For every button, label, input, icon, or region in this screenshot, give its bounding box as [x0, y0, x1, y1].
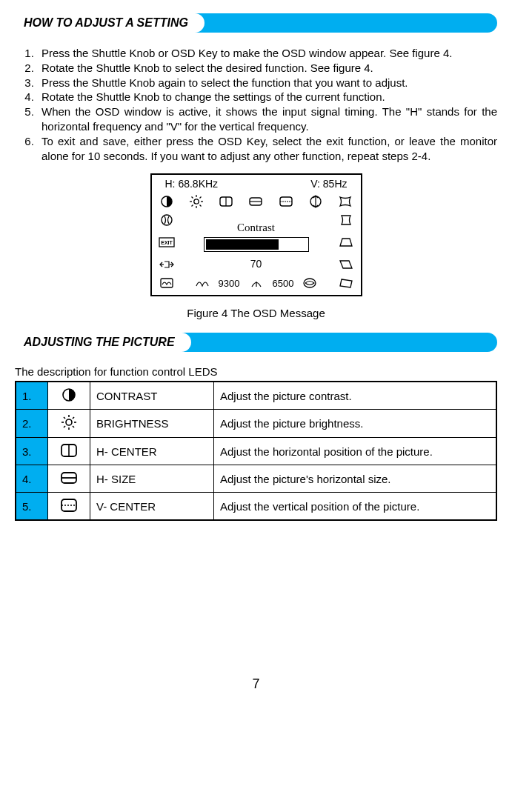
func-desc: Adjust the picture brightness. — [214, 410, 497, 438]
row-number: 4. — [16, 465, 48, 493]
func-name: BRIGHTNESS — [90, 410, 214, 438]
section-title: HOW TO ADJUST A SETTING — [24, 16, 188, 30]
h-size-icon — [247, 194, 265, 209]
osd-left-col: EXIT — [158, 211, 176, 273]
svg-line-30 — [64, 417, 65, 419]
osd-box: H: 68.8KHz V: 85Hz EXIT Contrast 70 — [150, 173, 362, 296]
svg-line-7 — [199, 205, 201, 207]
exit-icon: EXIT — [158, 235, 176, 250]
section-header-tab: ADJUSTING THE PICTURE — [15, 333, 191, 352]
h-center-icon — [48, 438, 90, 465]
degauss-icon — [158, 276, 176, 290]
moire-icon — [301, 276, 319, 290]
section-header-how-to-adjust: HOW TO ADJUST A SETTING — [15, 13, 497, 33]
v-center-icon — [277, 194, 295, 209]
trapezoid-icon — [337, 235, 355, 250]
svg-line-6 — [191, 197, 193, 199]
osd-top-row: H: 68.8KHz V: 85Hz — [152, 175, 361, 192]
svg-rect-21 — [161, 279, 173, 287]
step-1: Press the Shuttle Knob or OSD Key to mak… — [37, 46, 497, 61]
row-number: 2. — [16, 410, 48, 438]
osd-temp-6500: 6500 — [273, 278, 294, 289]
svg-line-32 — [73, 417, 74, 419]
osd-h-freq: H: 68.8KHz — [165, 178, 219, 190]
figure-caption: Figure 4 The OSD Message — [15, 307, 497, 319]
step-3: Press the Shuttle Knob again to select t… — [37, 76, 497, 90]
table-row: 4. H- SIZE Adjust the picture's horizont… — [16, 465, 496, 493]
row-number: 1. — [16, 382, 48, 410]
svg-point-18 — [162, 215, 172, 225]
section-header-adjusting-picture: ADJUSTING THE PICTURE — [15, 333, 497, 352]
h-size-icon — [48, 465, 90, 493]
func-desc: Adjust the vertical position of the pict… — [214, 493, 497, 521]
osd-right-col — [337, 211, 355, 273]
section-title: ADJUSTING THE PICTURE — [24, 336, 175, 349]
rotation-icon — [158, 213, 176, 227]
table-row: 2. BRIGHTNESS Adjust the picture brightn… — [16, 410, 496, 438]
step-2: Rotate the Shuttle Knob to select the de… — [37, 61, 497, 76]
parallelogram-icon — [337, 257, 355, 272]
osd-icon-row-top — [152, 192, 361, 211]
func-name: V- CENTER — [90, 493, 214, 521]
table-row: 5. V- CENTER Adjust the vertical positio… — [16, 493, 496, 521]
brightness-icon — [48, 410, 90, 438]
table-row: 1. CONTRAST Adjust the picture contrast. — [16, 382, 496, 410]
osd-v-freq: V: 85Hz — [310, 178, 347, 190]
svg-line-9 — [191, 205, 193, 207]
osd-current-label: Contrast — [183, 222, 330, 234]
func-name: H- SIZE — [90, 465, 214, 493]
pin-balance-icon — [337, 213, 355, 227]
h-center-icon — [217, 194, 235, 209]
page-number: 7 — [15, 676, 497, 692]
step-6: To exit and save, either press the OSD K… — [37, 134, 497, 164]
pincushion-icon — [336, 194, 354, 209]
v-center-icon — [48, 493, 90, 521]
row-number: 5. — [16, 493, 48, 521]
row-number: 3. — [16, 438, 48, 465]
recall-icon — [158, 257, 176, 272]
svg-point-1 — [194, 199, 199, 204]
v-size-icon — [307, 194, 325, 209]
osd-mid: EXIT Contrast 70 — [152, 211, 361, 273]
svg-point-25 — [66, 419, 72, 425]
contrast-icon — [158, 194, 176, 209]
leds-intro: The description for function control LED… — [15, 365, 497, 378]
color-temp-icon — [247, 276, 265, 290]
osd-bar — [204, 237, 309, 252]
osd-center: Contrast 70 — [176, 211, 337, 273]
tilt-icon — [337, 276, 355, 290]
contrast-icon — [48, 382, 90, 410]
brightness-icon — [187, 194, 205, 209]
table-row: 3. H- CENTER Adjust the horizontal posit… — [16, 438, 496, 465]
osd-current-value: 70 — [183, 258, 330, 270]
section-header-tab: HOW TO ADJUST A SETTING — [15, 13, 205, 33]
svg-line-33 — [64, 426, 65, 427]
leds-table: 1. CONTRAST Adjust the picture contrast.… — [15, 381, 497, 521]
func-name: CONTRAST — [90, 382, 214, 410]
user-color-icon — [193, 276, 211, 290]
steps-list: Press the Shuttle Knob or OSD Key to mak… — [15, 46, 497, 163]
osd-bottom-row: 9300 6500 — [152, 273, 361, 295]
osd-temp-9300: 9300 — [219, 278, 240, 289]
step-5: When the OSD window is active, it shows … — [37, 104, 497, 134]
osd-figure: H: 68.8KHz V: 85Hz EXIT Contrast 70 — [150, 173, 362, 296]
func-name: H- CENTER — [90, 438, 214, 465]
osd-bar-fill — [206, 239, 279, 250]
svg-line-31 — [73, 426, 74, 427]
func-desc: Adjust the picture contrast. — [214, 382, 497, 410]
svg-line-8 — [199, 197, 201, 199]
svg-text:EXIT: EXIT — [161, 240, 173, 245]
func-desc: Adjust the picture's horizontal size. — [214, 465, 497, 493]
func-desc: Adjust the horizontal position of the pi… — [214, 438, 497, 465]
step-4: Rotate the Shuttle Knob to change the se… — [37, 90, 497, 104]
